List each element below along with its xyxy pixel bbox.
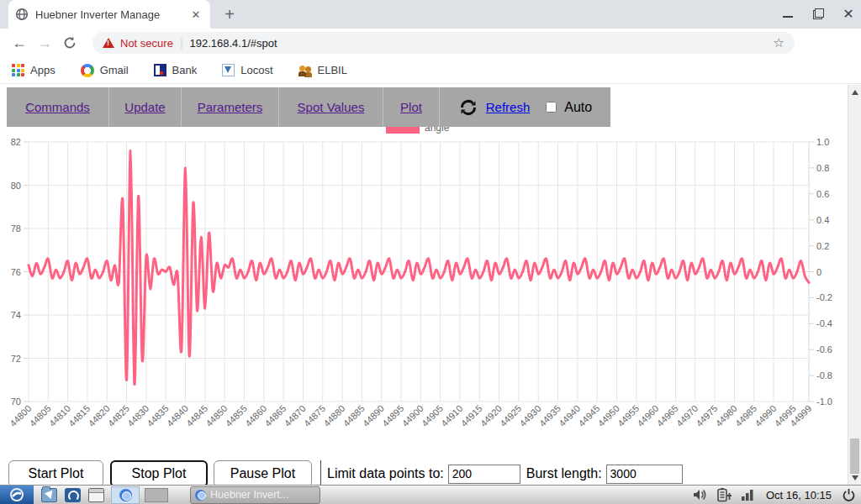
omnibox-separator: | [180,36,183,50]
x-axis-tick-label: 44885 [341,403,367,428]
reload-icon[interactable] [57,35,82,50]
page-nav-bar: Commands Update Parameters Spot Values P… [7,87,610,127]
nav-commands-link[interactable]: Commands [25,100,90,114]
bank-icon [154,64,166,76]
y-left-tick-label: 82 [11,137,21,147]
page-content: angle 4480044805448104481544820448254483… [0,85,861,485]
volume-icon[interactable] [692,488,709,501]
bookmark-label: Gmail [100,64,129,76]
x-axis-tick-label: 44910 [439,403,464,428]
back-icon[interactable]: ← [7,34,32,52]
desktop-pager[interactable] [145,488,168,502]
x-axis-tick-label: 44930 [518,403,543,428]
burst-label: Burst length: [526,466,602,481]
nav-plot[interactable]: Plot [383,87,440,127]
x-axis-tick-label: 44820 [87,403,112,428]
taskbar-window-button[interactable]: Huebner Invert... [190,486,320,504]
chromium-icon [119,489,132,501]
system-tray: Oct 16, 10:15 [692,488,861,502]
taskbar-window-label: Huebner Invert... [210,489,288,501]
x-axis-tick-label: 44840 [165,403,190,428]
power-icon[interactable] [842,488,856,502]
burst-input[interactable] [606,465,683,484]
browser-app-icon[interactable] [65,488,81,502]
nav-parameters-link[interactable]: Parameters [198,100,263,114]
taskbar: Huebner Invert... Oct 16, 10:15 [0,485,861,504]
x-axis-tick-label: 44905 [420,403,445,428]
bookmark-elbil[interactable]: ELBIL [298,64,347,77]
x-axis-tick-label: 44845 [184,403,209,428]
apps-grid-icon [12,64,24,76]
new-tab-button[interactable]: + [219,3,240,25]
tab-close-icon[interactable]: ✕ [188,7,203,22]
x-axis-tick-label: 44925 [498,403,523,428]
y-left-tick-label: 70 [11,396,21,407]
start-plot-button[interactable]: Start Plot [8,460,103,485]
bookmark-label: Locost [240,64,272,76]
network-signal-icon[interactable] [741,489,756,501]
y-right-tick-label: 0.6 [816,189,829,199]
url-bar[interactable]: Not secure | 192.168.4.1/#spot ☆ [92,32,795,54]
chart-canvas: 4480044805448104481544820448254483044835… [0,85,848,485]
window-close-icon[interactable]: ✕ [843,8,854,20]
y-left-tick-label: 76 [11,267,21,277]
y-left-tick-label: 80 [11,181,21,191]
lubuntu-logo-icon [9,487,24,502]
limit-input[interactable] [448,465,520,484]
y-right-tick-label: 0.4 [816,215,829,225]
nav-plot-link[interactable]: Plot [400,100,422,114]
y-right-tick-label: 0.8 [816,163,829,173]
bookmark-label: Apps [30,64,55,76]
y-right-tick-label: -0.6 [816,344,832,354]
nav-refresh-cell: Refresh Auto [440,87,610,127]
x-axis-tick-label: 44955 [615,403,641,428]
page-scrollbar[interactable] [848,85,861,485]
auto-checkbox[interactable] [546,102,557,113]
bookmark-gmail[interactable]: Gmail [81,64,129,77]
y-left-tick-label: 72 [11,354,21,364]
scrollbar-thumb[interactable] [850,438,859,474]
nav-spot-values[interactable]: Spot Values [279,87,383,127]
angle-series-line [29,150,809,384]
battery-icon[interactable] [716,488,734,502]
taskbar-clock[interactable]: Oct 16, 10:15 [766,489,832,501]
not-secure-label[interactable]: Not secure [120,37,173,50]
x-axis-tick-label: 44860 [243,403,268,428]
nav-spot-values-link[interactable]: Spot Values [298,100,365,114]
window-minimize-icon[interactable] [782,8,794,20]
terminal-app-icon[interactable] [88,488,104,502]
y-right-tick-label: 0.2 [816,241,829,251]
browser-tab[interactable]: Huebner Inverter Manage ✕ [8,0,210,29]
file-manager-icon[interactable] [41,488,57,502]
stop-plot-button[interactable]: Stop Plot [110,460,208,485]
tab-title: Huebner Inverter Manage [35,8,185,21]
refresh-icon[interactable] [458,97,478,118]
x-axis-tick-label: 44915 [459,403,484,428]
pause-plot-button[interactable]: Pause Plot [214,460,312,485]
x-axis-tick-label: 44900 [400,403,425,428]
chromium-launcher[interactable] [111,486,140,504]
x-axis-tick-label: 44975 [694,403,719,428]
y-right-tick-label: -0.2 [816,292,832,302]
refresh-link[interactable]: Refresh [486,100,531,114]
window-restore-icon[interactable] [812,8,824,20]
bookmark-star-icon[interactable]: ☆ [774,35,784,50]
x-axis-tick-label: 44950 [596,403,621,428]
scrollbar-up-icon[interactable] [852,90,858,95]
bookmark-apps[interactable]: Apps [12,64,55,76]
url-text[interactable]: 192.168.4.1/#spot [190,37,277,50]
x-axis-tick-label: 44980 [714,403,739,428]
nav-update[interactable]: Update [109,87,182,127]
x-axis-tick-label: 44815 [66,403,92,428]
forward-icon[interactable]: → [32,34,57,52]
bookmark-label: ELBIL [318,64,347,76]
bookmark-locost[interactable]: Locost [222,64,272,76]
nav-parameters[interactable]: Parameters [182,87,279,127]
nav-update-link[interactable]: Update [124,100,165,114]
x-axis-tick-label: 44970 [674,403,700,428]
taskbar-menu-button[interactable] [0,486,34,504]
nav-commands[interactable]: Commands [7,87,109,127]
x-axis-tick-label: 44835 [145,403,171,428]
bookmark-bank[interactable]: Bank [154,64,198,76]
scrollbar-down-icon[interactable] [852,475,858,480]
